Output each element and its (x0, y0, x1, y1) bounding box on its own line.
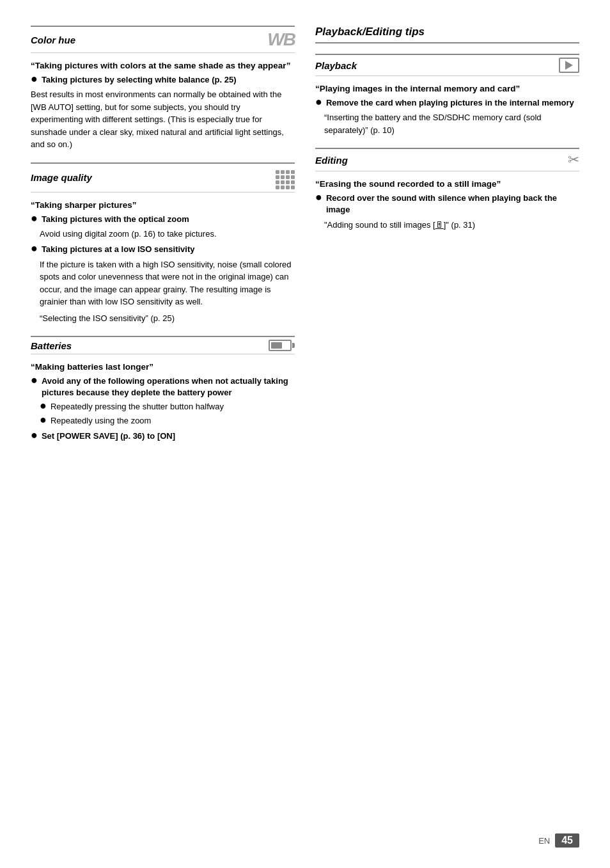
editing-header: Editing ✂ (315, 148, 579, 171)
image-quality-bullet1-text: Taking pictures with the optical zoom (42, 214, 189, 225)
image-quality-body2: If the picture is taken with a high ISO … (40, 258, 295, 308)
image-quality-bullet2: ● Taking pictures at a low ISO sensitivi… (31, 244, 295, 255)
image-quality-icon (276, 166, 295, 189)
image-quality-body1: Avoid using digital zoom (p. 16) to take… (40, 228, 295, 241)
batteries-sub-bullet2: ● Repeatedly using the zoom (40, 415, 295, 427)
batteries-subsection: “Making batteries last longer” ● Avoid a… (31, 362, 295, 442)
color-hue-bullet1: ● Taking pictures by selecting white bal… (31, 74, 295, 86)
playback-header: Playback (315, 54, 579, 76)
color-hue-heading: “Taking pictures with colors at the same… (31, 61, 295, 70)
image-quality-ref: “Selecting the ISO sensitivity” (p. 25) (40, 312, 295, 325)
color-hue-body: Best results in most environments can no… (31, 88, 295, 151)
bullet-dot: ● (31, 73, 38, 84)
bullet-dot-small: ● (40, 414, 47, 425)
en-label: EN (538, 836, 550, 846)
batteries-header: Batteries (31, 336, 295, 354)
wb-icon: WB (267, 29, 295, 50)
color-hue-bullet1-text: Taking pictures by selecting white balan… (42, 74, 237, 86)
bullet-dot: ● (31, 242, 38, 254)
playback-bullet1: ● Remove the card when playing pictures … (315, 97, 579, 109)
batteries-bullet2: ● Set [POWER SAVE] (p. 36) to [ON] (31, 430, 295, 442)
editing-heading: “Erasing the sound recorded to a still i… (315, 179, 579, 189)
bullet-dot: ● (31, 429, 38, 441)
editing-bullet1: ● Record over the sound with silence whe… (315, 193, 579, 216)
page-footer: EN 45 (538, 833, 579, 848)
batteries-title: Batteries (31, 340, 72, 351)
bullet-dot-small: ● (40, 400, 47, 411)
bullet-dot: ● (315, 96, 322, 107)
color-hue-title: Color hue (31, 35, 75, 45)
bullet-dot: ● (315, 191, 322, 203)
playback-icon (559, 58, 579, 73)
playback-heading: “Playing images in the internal memory a… (315, 84, 579, 93)
battery-icon (269, 340, 295, 351)
right-main-title: Playback/Editing tips (315, 26, 579, 43)
editing-subsection: “Erasing the sound recorded to a still i… (315, 179, 579, 231)
bullet-dot: ● (31, 374, 38, 386)
image-quality-bullet1: ● Taking pictures with the optical zoom (31, 214, 295, 225)
playback-title: Playback (315, 60, 357, 71)
image-quality-subsection: “Taking sharper pictures” ● Taking pictu… (31, 200, 295, 324)
batteries-sub-bullet2-text: Repeatedly using the zoom (51, 415, 152, 427)
image-quality-title: Image quality (31, 172, 92, 183)
bullet-dot: ● (31, 212, 38, 224)
page-number: 45 (555, 833, 579, 848)
image-quality-heading: “Taking sharper pictures” (31, 200, 295, 210)
batteries-sub-bullet1-text: Repeatedly pressing the shutter button h… (51, 401, 224, 413)
batteries-heading: “Making batteries last longer” (31, 362, 295, 372)
editing-body: "Adding sound to still images [🎚]" (p. 3… (324, 219, 579, 232)
playback-body: “Inserting the battery and the SD/SDHC m… (324, 111, 579, 136)
color-hue-header: Color hue WB (31, 26, 295, 53)
playback-bullet1-text: Remove the card when playing pictures in… (326, 97, 574, 109)
batteries-sub-bullet1: ● Repeatedly pressing the shutter button… (40, 401, 295, 413)
batteries-bullet1: ● Avoid any of the following operations … (31, 375, 295, 398)
playback-subsection: “Playing images in the internal memory a… (315, 84, 579, 136)
batteries-bullet1-text: Avoid any of the following operations wh… (42, 375, 295, 398)
image-quality-bullet2-text: Taking pictures at a low ISO sensitivity (42, 244, 195, 255)
image-quality-header: Image quality (31, 162, 295, 193)
color-hue-subsection: “Taking pictures with colors at the same… (31, 61, 295, 151)
batteries-bullet2-text: Set [POWER SAVE] (p. 36) to [ON] (42, 430, 175, 442)
editing-bullet1-text: Record over the sound with silence when … (326, 193, 579, 216)
scissors-icon: ✂ (568, 152, 579, 168)
editing-title: Editing (315, 155, 348, 166)
